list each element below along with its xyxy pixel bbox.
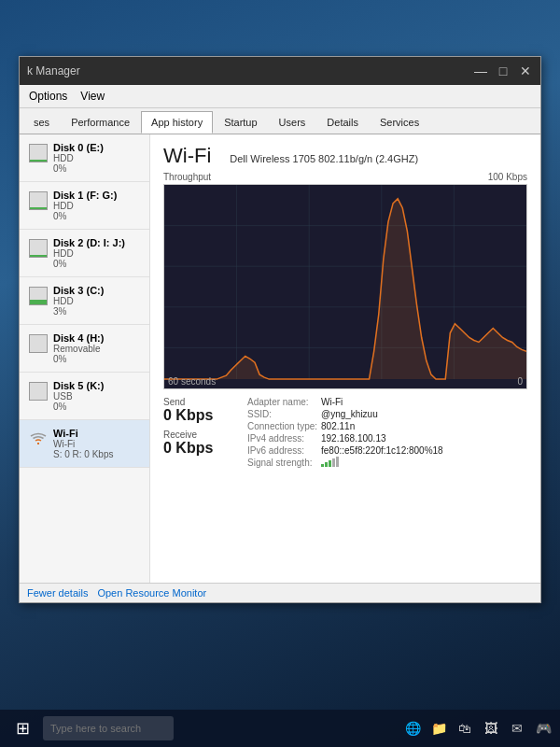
ipv6-row: IPv6 address: fe80::e5f8:220f:1c12:800%1… — [247, 445, 443, 456]
ssid-val: @yng_khizuu — [321, 409, 378, 419]
ipv4-key: IPv4 address: — [247, 433, 317, 444]
max-label: 100 Kbps — [488, 172, 527, 182]
disk5-pct: 0% — [53, 402, 104, 412]
sidebar-item-disk4[interactable]: Disk 4 (H:) Removable 0% — [20, 325, 149, 373]
signal-bar-4 — [332, 458, 335, 467]
disk1-icon — [29, 191, 48, 210]
start-button[interactable]: ⊞ — [6, 712, 39, 745]
disk2-type: HDD — [53, 248, 125, 259]
throughput-label: Throughput — [163, 172, 211, 182]
fewer-details-link[interactable]: Fewer details — [27, 587, 88, 599]
taskbar: ⊞ 🌐 📁 🛍 🖼 ✉ 🎮 — [0, 710, 560, 747]
ipv6-key: IPv6 address: — [247, 445, 317, 456]
minimize-button[interactable]: — — [473, 63, 488, 78]
send-metric: Send 0 Kbps — [163, 397, 238, 424]
wifi-pct: S: 0 R: 0 Kbps — [53, 449, 113, 459]
disk0-name: Disk 0 (E:) — [53, 142, 104, 153]
tab-bar: ses Performance App history Startup User… — [20, 108, 540, 134]
taskbar-icon-browser[interactable]: 🌐 — [401, 717, 424, 740]
disk0-icon — [29, 144, 48, 162]
recv-metric: Receive 0 Kbps — [163, 430, 238, 457]
sidebar-item-wifi[interactable]: Wi-Fi Wi-Fi S: 0 R: 0 Kbps — [20, 420, 149, 468]
disk3-name: Disk 3 (C:) — [53, 285, 104, 296]
disk1-name: Disk 1 (F: G:) — [53, 190, 117, 201]
bottom-bar: Fewer details Open Resource Monitor — [20, 583, 540, 602]
sidebar-item-disk5[interactable]: Disk 5 (K:) USB 0% — [20, 373, 149, 420]
disk4-pct: 0% — [53, 354, 104, 364]
tab-app-history[interactable]: App history — [141, 111, 213, 134]
wifi-name: Wi-Fi — [53, 428, 113, 439]
menu-options[interactable]: Options — [23, 87, 73, 106]
tab-startup[interactable]: Startup — [214, 111, 267, 134]
close-button[interactable]: ✕ — [518, 63, 533, 78]
disk5-type: USB — [53, 391, 104, 402]
signal-bar-1 — [321, 464, 324, 467]
ipv4-row: IPv4 address: 192.168.100.13 — [247, 433, 443, 444]
recv-value: 0 Kbps — [163, 440, 238, 457]
main-panel: Wi-Fi Dell Wireless 1705 802.11b/g/n (2.… — [150, 134, 540, 583]
connection-type-val: 802.11n — [321, 421, 355, 431]
chart-overlay: 60 seconds 0 — [164, 374, 526, 388]
wifi-type: Wi-Fi — [53, 439, 113, 449]
taskbar-icon-photos[interactable]: 🖼 — [480, 717, 502, 740]
open-resource-monitor-link[interactable]: Open Resource Monitor — [97, 587, 206, 599]
wifi-icon — [29, 430, 48, 448]
taskbar-icon-file[interactable]: 📁 — [427, 717, 450, 740]
send-recv-panel: Send 0 Kbps Receive 0 Kbps — [163, 397, 238, 468]
maximize-button[interactable]: □ — [496, 63, 511, 78]
chart-zero-label: 0 — [517, 376, 523, 387]
task-manager-window: k Manager — □ ✕ Options View ses Perform… — [19, 56, 541, 603]
disk5-name: Disk 5 (K:) — [53, 380, 104, 391]
ssid-key: SSID: — [247, 409, 317, 419]
signal-bar-2 — [325, 462, 328, 467]
disk5-icon — [29, 382, 48, 401]
sidebar-item-disk1[interactable]: Disk 1 (F: G:) HDD 0% — [20, 182, 149, 230]
tab-services[interactable]: Services — [370, 111, 429, 134]
signal-key: Signal strength: — [247, 458, 317, 468]
search-input[interactable] — [43, 716, 174, 740]
taskbar-icons: 🌐 📁 🛍 🖼 ✉ 🎮 — [401, 717, 554, 740]
tab-performance[interactable]: Performance — [61, 111, 140, 134]
send-label: Send — [163, 397, 238, 407]
tab-users[interactable]: Users — [269, 111, 316, 134]
window-controls: — □ ✕ — [473, 63, 533, 78]
disk3-type: HDD — [53, 296, 104, 306]
sidebar-item-disk0[interactable]: Disk 0 (E:) HDD 0% — [20, 134, 149, 182]
panel-header: Wi-Fi Dell Wireless 1705 802.11b/g/n (2.… — [163, 144, 527, 168]
disk0-type: HDD — [53, 153, 104, 163]
sidebar: Disk 0 (E:) HDD 0% Disk 1 (F: G:) HDD 0% — [20, 134, 150, 583]
menu-view[interactable]: View — [75, 87, 110, 106]
adapter-name-key: Adapter name: — [247, 397, 317, 407]
disk4-icon — [29, 334, 48, 353]
tab-ses[interactable]: ses — [23, 111, 60, 134]
taskbar-icon-store[interactable]: 🛍 — [454, 717, 476, 740]
connection-type-key: Connection type: — [247, 421, 317, 431]
panel-subtitle: Dell Wireless 1705 802.11b/g/n (2.4GHZ) — [230, 153, 418, 164]
info-section: Send 0 Kbps Receive 0 Kbps Adapter name:… — [163, 397, 527, 468]
desktop: k Manager — □ ✕ Options View ses Perform… — [0, 0, 560, 747]
disk2-icon — [29, 239, 48, 258]
disk3-pct: 3% — [53, 306, 104, 317]
disk2-pct: 0% — [53, 259, 125, 269]
taskbar-icon-xbox[interactable]: 🎮 — [532, 717, 554, 740]
sidebar-item-disk2[interactable]: Disk 2 (D: I: J:) HDD 0% — [20, 230, 149, 277]
title-bar: k Manager — □ ✕ — [20, 57, 540, 85]
panel-title: Wi-Fi — [163, 144, 211, 168]
window-title: k Manager — [27, 64, 80, 78]
adapter-info: Adapter name: Wi-Fi SSID: @yng_khizuu Co… — [247, 397, 443, 468]
signal-bar-3 — [329, 460, 331, 467]
disk4-type: Removable — [53, 344, 104, 354]
tab-details[interactable]: Details — [316, 111, 369, 134]
signal-bars — [321, 458, 339, 467]
connection-type-row: Connection type: 802.11n — [247, 421, 443, 431]
disk1-pct: 0% — [53, 211, 117, 221]
chart-time-label: 60 seconds — [168, 376, 216, 387]
signal-row: Signal strength: — [247, 458, 443, 468]
taskbar-icon-mail[interactable]: ✉ — [506, 717, 528, 740]
disk3-icon — [29, 287, 48, 305]
recv-label: Receive — [163, 430, 238, 440]
ipv6-val: fe80::e5f8:220f:1c12:800%18 — [321, 445, 443, 456]
content-area: Disk 0 (E:) HDD 0% Disk 1 (F: G:) HDD 0% — [20, 134, 540, 583]
sidebar-item-disk3[interactable]: Disk 3 (C:) HDD 3% — [20, 277, 149, 325]
menu-bar: Options View — [20, 85, 540, 108]
